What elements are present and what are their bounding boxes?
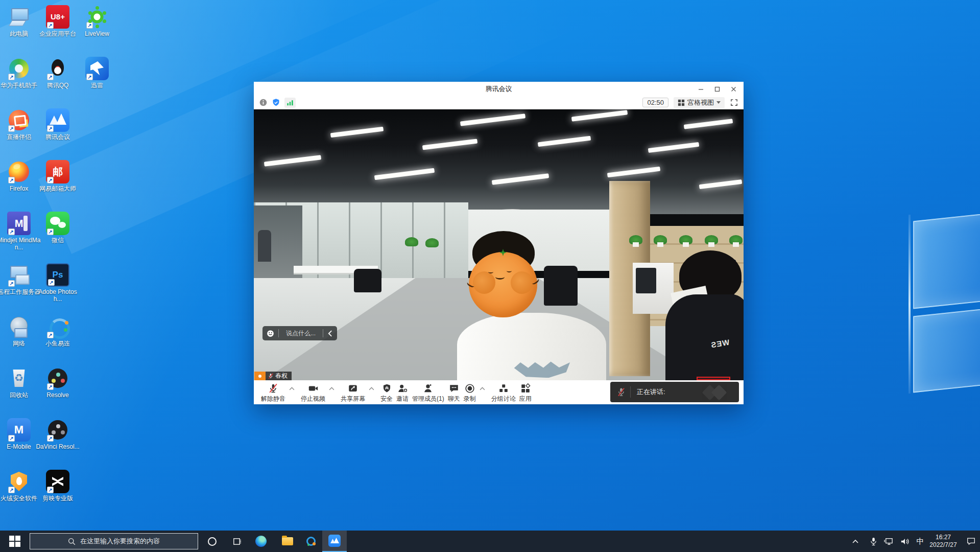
mic-muted-icon <box>268 382 279 394</box>
minimize-button[interactable] <box>692 82 709 96</box>
chevron-up-icon <box>852 539 858 543</box>
toolbar-apps-button[interactable]: 应用 <box>519 382 532 403</box>
toolbar-stop-video-chevron-up[interactable] <box>329 387 334 390</box>
share-icon <box>347 382 358 394</box>
thunder-icon: ↗ <box>85 57 109 80</box>
cortana-button[interactable] <box>200 531 224 552</box>
desktop-icon-pc[interactable]: 此电脑 <box>0 5 41 37</box>
desktop-icon-label: 剪映专业版 <box>36 495 80 502</box>
start-button[interactable] <box>0 531 30 552</box>
toolbar-record-button[interactable]: 录制 <box>464 382 476 403</box>
video-feed: WES 说点什么... <box>254 109 744 380</box>
shortcut-arrow-badge: ↗ <box>8 177 15 183</box>
desktop-icon-mindjet[interactable]: ↗ Mindjet MindMan... <box>0 212 41 251</box>
chevron-down-icon <box>716 101 721 104</box>
meeting-info-icon[interactable] <box>259 98 268 107</box>
desktop-icon-capcut[interactable]: ↗ 剪映专业版 <box>36 470 80 502</box>
tray-volume-button[interactable] <box>897 531 913 552</box>
speaker-icon <box>900 538 910 545</box>
desktop-icon-mail[interactable]: ↗ 网易邮箱大师 <box>36 160 80 192</box>
desktop-icon-huorong[interactable]: ↗ 火绒安全软件 <box>0 470 41 502</box>
desktop-icon-network[interactable]: 网络 <box>0 315 41 347</box>
toolbar-unmute-button[interactable]: 解除静音 <box>261 382 285 403</box>
desktop-icon-label: 微信 <box>36 237 80 244</box>
network-quality-button[interactable] <box>284 98 296 108</box>
desktop-icon-davinci[interactable]: ↗ DaVinci Resol... <box>36 418 80 450</box>
view-mode-switch[interactable]: 宫格视图 <box>674 97 725 108</box>
quick-chat-bar[interactable]: 说点什么... <box>262 326 337 340</box>
desktop-icon-recycle[interactable]: 回收站 <box>0 366 41 399</box>
desktop-icon-meeting[interactable]: ↗ 腾讯会议 <box>36 108 80 141</box>
windows-logo-icon <box>9 536 20 547</box>
desktop-icon-remote[interactable]: ↗ 远程工作服务器 <box>0 263 41 295</box>
ring-icon: ↗ <box>46 315 69 338</box>
desktop-icon-emobile[interactable]: ↗ E-Mobile <box>0 418 41 450</box>
shortcut-arrow-badge: ↗ <box>8 280 15 287</box>
invite-icon <box>397 382 409 394</box>
close-button[interactable] <box>725 82 742 96</box>
desktop-icon-firefox[interactable]: ↗ Firefox <box>0 160 41 192</box>
jacket-back-text: WES <box>700 338 732 366</box>
shortcut-arrow-badge: ↗ <box>47 228 54 235</box>
tray-date: 2022/7/27 <box>929 541 957 549</box>
speaking-status-panel: 正在讲话: <box>610 382 739 402</box>
desktop-icon-label: 远程工作服务器 <box>0 288 41 295</box>
office-chair <box>544 266 578 306</box>
toolbar-security-button[interactable]: 安全 <box>380 382 393 403</box>
desktop-icon-thunder[interactable]: ↗ 迅雷 <box>75 57 119 89</box>
desktop-icon-label: 腾讯会议 <box>36 133 80 141</box>
emoji-smiley-icon[interactable] <box>262 329 278 338</box>
desktop-icon-livecomp[interactable]: ↗ 直播伴侣 <box>0 108 41 141</box>
toolbar-share-screen-button[interactable]: 共享屏幕 <box>341 382 365 403</box>
meeting-topbar: 02:50 宫格视图 <box>254 96 744 109</box>
tray-microphone-button[interactable] <box>866 531 880 552</box>
taskbar-search-input[interactable]: 在这里输入你要搜索的内容 <box>30 533 198 549</box>
wallpaper-window-edge <box>909 215 911 394</box>
cortana-icon <box>208 537 217 546</box>
chat-input-placeholder[interactable]: 说点什么... <box>279 329 323 338</box>
ime-indicator[interactable]: 中 <box>913 531 927 552</box>
maximize-button[interactable] <box>709 82 725 96</box>
background-person <box>258 230 271 262</box>
shield-icon <box>381 382 392 394</box>
toolbar-share-screen-chevron-up[interactable] <box>369 387 374 390</box>
toolbar-record-chevron-up[interactable] <box>480 387 485 390</box>
task-view-icon <box>232 537 242 546</box>
task-view-button[interactable] <box>224 531 249 552</box>
desktop-icon-u8[interactable]: ↗ 企业应用平台 <box>36 5 80 37</box>
desktop-icon-label: 火绒安全软件 <box>0 495 41 502</box>
desktop-icon-wechat[interactable]: ↗ 微信 <box>36 212 80 244</box>
qq-browser-button[interactable] <box>299 531 323 552</box>
desktop-icon-resolve[interactable]: ↗ Resolve <box>36 366 80 399</box>
desktop-icon-assistant[interactable]: ↗ 华为手机助手 <box>0 57 41 89</box>
action-center-button[interactable] <box>962 531 980 552</box>
tray-network-button[interactable] <box>880 531 897 552</box>
tray-hidden-icons-button[interactable] <box>849 531 862 552</box>
meeting-icon: ↗ <box>46 108 69 132</box>
clock[interactable]: 16:27 2022/7/27 <box>927 531 959 552</box>
toolbar-invite-button[interactable]: 邀请 <box>396 382 409 403</box>
toolbar-stop-video-button[interactable]: 停止视频 <box>301 382 325 403</box>
security-shield-icon[interactable] <box>272 98 280 107</box>
desktop-icon-ring[interactable]: ↗ 小鱼易连 <box>36 315 80 347</box>
collapse-chevron-left-icon[interactable] <box>323 330 337 337</box>
edge-browser-button[interactable] <box>249 531 273 552</box>
view-mode-label: 宫格视图 <box>687 98 714 107</box>
file-explorer-button[interactable] <box>275 531 300 552</box>
desktop-icon-label: Firefox <box>0 185 41 192</box>
tray-time: 16:27 <box>936 534 951 541</box>
fullscreen-button[interactable] <box>730 98 738 107</box>
desktop-icon-qq[interactable]: ↗ 腾讯QQ <box>36 57 80 89</box>
toolbar-manage-members-button[interactable]: 管理成员(1) <box>412 382 444 403</box>
toolbar-chat-button[interactable]: 聊天 <box>448 382 460 403</box>
toolbar-breakout-button[interactable]: 分组讨论 <box>491 382 516 403</box>
tencent-meeting-taskbar-button[interactable] <box>322 531 347 552</box>
camera-icon <box>307 382 319 394</box>
ps-icon: ↗ <box>46 263 69 287</box>
desktop-icon-ps[interactable]: ↗ Adobe Photosh... <box>36 263 80 303</box>
window-titlebar[interactable]: 腾讯会议 <box>254 82 744 96</box>
shortcut-arrow-badge: ↗ <box>8 228 15 235</box>
desktop-icon-liveview[interactable]: ↗ LiveView <box>75 5 119 37</box>
toolbar-unmute-chevron-up[interactable] <box>289 387 295 390</box>
minimize-icon <box>698 86 704 92</box>
